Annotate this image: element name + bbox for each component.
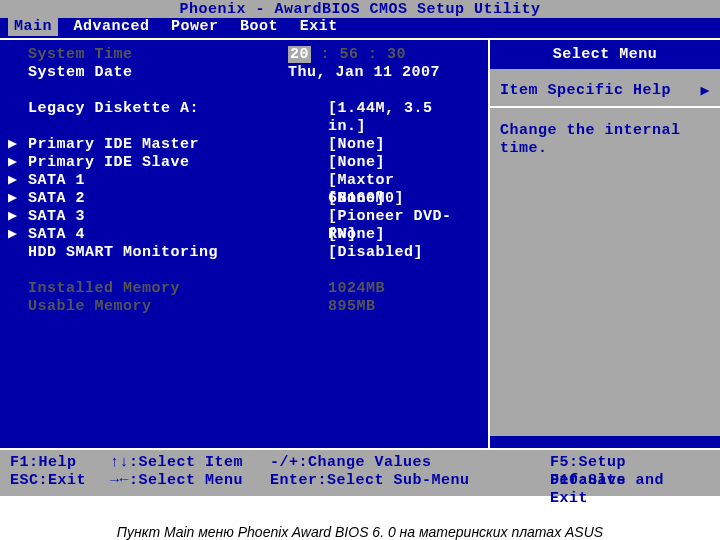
menu-bar: Main Advanced Power Boot Exit — [0, 18, 720, 38]
menu-main[interactable]: Main — [8, 18, 58, 36]
bios-row[interactable]: ▶SATA 4[None] — [10, 226, 478, 244]
row-label: HDD SMART Monitoring — [10, 244, 288, 262]
footer-updown: ↑↓:Select Item — [110, 454, 270, 472]
menu-boot[interactable]: Boot — [234, 18, 284, 36]
row-value: 1024MB — [288, 280, 478, 298]
menu-power[interactable]: Power — [165, 18, 225, 36]
menu-exit[interactable]: Exit — [294, 18, 344, 36]
row-label: Primary IDE Slave — [10, 154, 288, 172]
row-label: SATA 3 — [10, 208, 288, 226]
submenu-arrow-icon: ▶ — [8, 172, 18, 190]
title-bar: Phoenix - AwardBIOS CMOS Setup Utility — [0, 0, 720, 18]
footer-change: -/+:Change Values — [270, 454, 550, 472]
select-menu-title: Select Menu — [490, 40, 720, 69]
row-label: System Date — [10, 64, 288, 82]
submenu-arrow-icon: ▶ — [8, 226, 18, 244]
row-label: Usable Memory — [10, 298, 288, 316]
bios-row[interactable]: Usable Memory 895MB — [10, 298, 478, 316]
submenu-arrow-icon: ▶ — [8, 190, 18, 208]
bios-row[interactable]: Legacy Diskette A:[1.44M, 3.5 in.] — [10, 100, 478, 118]
left-panel: System Time20 : 56 : 30System DateThu, J… — [0, 40, 490, 448]
main-area: System Time20 : 56 : 30System DateThu, J… — [0, 38, 720, 450]
row-label: SATA 2 — [10, 190, 288, 208]
footer-f10: F10:Save and Exit — [550, 472, 710, 490]
footer-f1: F1:Help — [10, 454, 110, 472]
row-label: SATA 1 — [10, 172, 288, 190]
bios-screen: Phoenix - AwardBIOS CMOS Setup Utility M… — [0, 0, 720, 496]
footer-enter: Enter:Select Sub-Menu — [270, 472, 550, 490]
item-help-title: Item Specific Help ▶ — [500, 69, 710, 106]
row-value: [Disabled] — [288, 244, 478, 262]
footer-esc: ESC:Exit — [10, 472, 110, 490]
row-value: [Maxtor 6B160M0] — [288, 172, 478, 190]
item-help-text: Change the internal time. — [500, 108, 710, 158]
bios-row[interactable]: ▶SATA 1[Maxtor 6B160M0] — [10, 172, 478, 190]
selected-time-field[interactable]: 20 — [288, 46, 311, 63]
bios-row[interactable]: ▶Primary IDE Master[None] — [10, 136, 478, 154]
row-value: [Pioneer DVD-RW] — [288, 208, 478, 226]
bios-row[interactable]: System Time20 : 56 : 30 — [10, 46, 478, 64]
bios-row[interactable]: System DateThu, Jan 11 2007 — [10, 64, 478, 82]
row-value: [None] — [288, 190, 478, 208]
row-value: [None] — [288, 154, 478, 172]
submenu-arrow-icon: ▶ — [8, 154, 18, 172]
bios-row[interactable]: ▶SATA 3[Pioneer DVD-RW] — [10, 208, 478, 226]
row-label: Primary IDE Master — [10, 136, 288, 154]
submenu-arrow-icon: ▶ — [8, 136, 18, 154]
row-label: SATA 4 — [10, 226, 288, 244]
menu-advanced[interactable]: Advanced — [68, 18, 156, 36]
image-caption: Пункт Main меню Phoenix Award BIOS 6. 0 … — [0, 496, 720, 540]
footer-help: F1:Help ↑↓:Select Item -/+:Change Values… — [0, 450, 720, 496]
footer-f5: F5:Setup Defaults — [550, 454, 710, 472]
bios-row[interactable]: ▶SATA 2[None] — [10, 190, 478, 208]
bios-row[interactable]: Installed Memory 1024MB — [10, 280, 478, 298]
row-label: Installed Memory — [10, 280, 288, 298]
row-label: Legacy Diskette A: — [10, 100, 288, 118]
row-value: [None] — [288, 136, 478, 154]
triangle-right-icon: ▶ — [700, 81, 710, 100]
row-value: [None] — [288, 226, 478, 244]
bios-row[interactable]: HDD SMART Monitoring[Disabled] — [10, 244, 478, 262]
bios-row[interactable]: ▶Primary IDE Slave[None] — [10, 154, 478, 172]
row-value: 20 : 56 : 30 — [288, 46, 478, 64]
row-value: 895MB — [288, 298, 478, 316]
right-panel: Select Menu Item Specific Help ▶ Change … — [490, 40, 720, 448]
footer-lr: →←:Select Menu — [110, 472, 270, 490]
row-label: System Time — [10, 46, 288, 64]
item-help-title-text: Item Specific Help — [500, 82, 671, 99]
row-value: Thu, Jan 11 2007 — [288, 64, 478, 82]
row-value: [1.44M, 3.5 in.] — [288, 100, 478, 118]
submenu-arrow-icon: ▶ — [8, 208, 18, 226]
